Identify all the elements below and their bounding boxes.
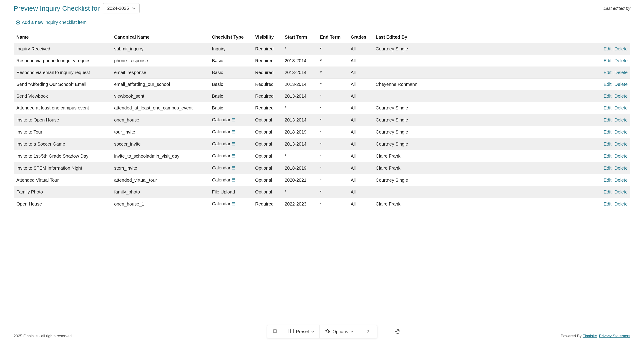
table-row: Invite to STEM Information Nightstem_inv…	[14, 162, 630, 174]
edit-link[interactable]: Edit	[604, 94, 612, 99]
cell-type: Calendar	[209, 126, 252, 138]
col-grades: Grades	[348, 31, 373, 43]
calendar-icon[interactable]	[232, 142, 235, 147]
calendar-icon[interactable]	[232, 130, 235, 135]
delete-link[interactable]: Delete	[614, 142, 628, 147]
delete-link[interactable]: Delete	[614, 201, 628, 206]
toolbar-preset-label: Preset	[296, 329, 309, 334]
gear-icon	[325, 329, 330, 335]
cell-visibility: Optional	[252, 174, 282, 186]
action-separator: |	[612, 142, 614, 147]
edit-link[interactable]: Edit	[604, 58, 612, 63]
delete-link[interactable]: Delete	[614, 70, 628, 75]
delete-link[interactable]: Delete	[614, 82, 628, 87]
cell-start-term: 2013-2014	[282, 55, 317, 67]
cell-end-term: *	[317, 138, 348, 150]
cell-actions: Edit|Delete	[430, 102, 630, 114]
delete-link[interactable]: Delete	[614, 46, 628, 51]
footer-privacy-link[interactable]: Privacy Statement	[599, 334, 630, 338]
toolbar-options-button[interactable]: Options	[320, 325, 359, 338]
delete-link[interactable]: Delete	[614, 58, 628, 63]
cell-last-edited-by: Claire Frank	[373, 198, 430, 210]
edit-link[interactable]: Edit	[604, 201, 612, 206]
cell-canonical: phone_response	[112, 55, 209, 67]
table-header-row: Name Canonical Name Checklist Type Visib…	[14, 31, 630, 43]
delete-link[interactable]: Delete	[614, 189, 628, 194]
edit-link[interactable]: Edit	[604, 166, 612, 171]
edit-link[interactable]: Edit	[604, 177, 612, 182]
cell-grades: All	[348, 55, 373, 67]
edit-link[interactable]: Edit	[604, 142, 612, 147]
cell-canonical: email_response	[112, 67, 209, 79]
cell-end-term: *	[317, 174, 348, 186]
bottom-toolbar: Preset Options 2	[267, 325, 377, 338]
cell-visibility: Optional	[252, 186, 282, 198]
edit-link[interactable]: Edit	[604, 154, 612, 159]
cell-last-edited-by: Cheyenne Rohmann	[373, 79, 430, 90]
calendar-icon[interactable]	[232, 177, 235, 183]
cell-canonical: invite_to_schooladmin_visit_day	[112, 150, 209, 162]
add-checklist-item-link[interactable]: + Add a new inquiry checklist item	[16, 20, 87, 25]
cell-actions: Edit|Delete	[430, 79, 630, 90]
delete-link[interactable]: Delete	[614, 154, 628, 159]
delete-link[interactable]: Delete	[614, 105, 628, 110]
calendar-icon[interactable]	[232, 166, 235, 171]
svg-rect-12	[232, 155, 235, 157]
cell-start-term: 2020-2021	[282, 174, 317, 186]
cell-end-term: *	[317, 90, 348, 102]
footer-finalsite-link[interactable]: Finalsite	[582, 334, 597, 338]
last-edited-by-header: Last edited by	[604, 6, 630, 11]
svg-rect-29	[289, 329, 290, 333]
cell-name: Send Viewbook	[14, 90, 112, 102]
table-row: Invite to Open Houseopen_houseCalendarOp…	[14, 114, 630, 126]
edit-link[interactable]: Edit	[604, 70, 612, 75]
cell-canonical: stem_invite	[112, 162, 209, 174]
edit-link[interactable]: Edit	[604, 105, 612, 110]
cell-last-edited-by	[373, 186, 430, 198]
calendar-icon[interactable]	[232, 154, 235, 159]
cell-end-term: *	[317, 150, 348, 162]
delete-link[interactable]: Delete	[614, 117, 628, 122]
action-separator: |	[612, 46, 614, 51]
chevron-down-icon	[311, 330, 314, 333]
calendar-icon[interactable]	[232, 117, 235, 123]
close-circle-icon	[272, 329, 278, 335]
cell-canonical: open_house_1	[112, 198, 209, 210]
delete-link[interactable]: Delete	[614, 94, 628, 99]
footer-powered-by: Powered By Finalsite Privacy Statement	[561, 334, 630, 338]
col-end: End Term	[317, 31, 348, 43]
cell-type: Calendar	[209, 162, 252, 174]
cell-name: Invite to a Soccer Game	[14, 138, 112, 150]
cell-type: Calendar	[209, 114, 252, 126]
delete-link[interactable]: Delete	[614, 130, 628, 135]
edit-link[interactable]: Edit	[604, 189, 612, 194]
cell-actions: Edit|Delete	[430, 138, 630, 150]
delete-link[interactable]: Delete	[614, 166, 628, 171]
cell-name: Respond via email to inquiry request	[14, 67, 112, 79]
cell-start-term: 2013-2014	[282, 90, 317, 102]
cell-end-term: *	[317, 67, 348, 79]
year-select[interactable]: 2024-2025	[103, 3, 140, 13]
cell-start-term: 2013-2014	[282, 79, 317, 90]
add-link-label: Add a new inquiry checklist item	[22, 20, 87, 25]
delete-link[interactable]: Delete	[614, 177, 628, 182]
cell-visibility: Optional	[252, 126, 282, 138]
edit-link[interactable]: Edit	[604, 130, 612, 135]
toolbar-preset-button[interactable]: Preset	[283, 325, 320, 338]
cell-visibility: Optional	[252, 138, 282, 150]
cell-name: Attended at least one campus event	[14, 102, 112, 114]
edit-link[interactable]: Edit	[604, 46, 612, 51]
cell-canonical: soccer_invite	[112, 138, 209, 150]
edit-link[interactable]: Edit	[604, 117, 612, 122]
preset-icon	[288, 329, 294, 335]
edit-link[interactable]: Edit	[604, 82, 612, 87]
calendar-icon[interactable]	[232, 201, 235, 207]
cell-canonical: tour_invite	[112, 126, 209, 138]
toolbar-close-button[interactable]	[267, 325, 283, 338]
cell-start-term: 2013-2014	[282, 114, 317, 126]
cell-name: Inquiry Received	[14, 43, 112, 55]
cell-name: Open House	[14, 198, 112, 210]
svg-rect-20	[232, 179, 235, 181]
svg-rect-16	[232, 167, 235, 170]
cell-grades: All	[348, 138, 373, 150]
